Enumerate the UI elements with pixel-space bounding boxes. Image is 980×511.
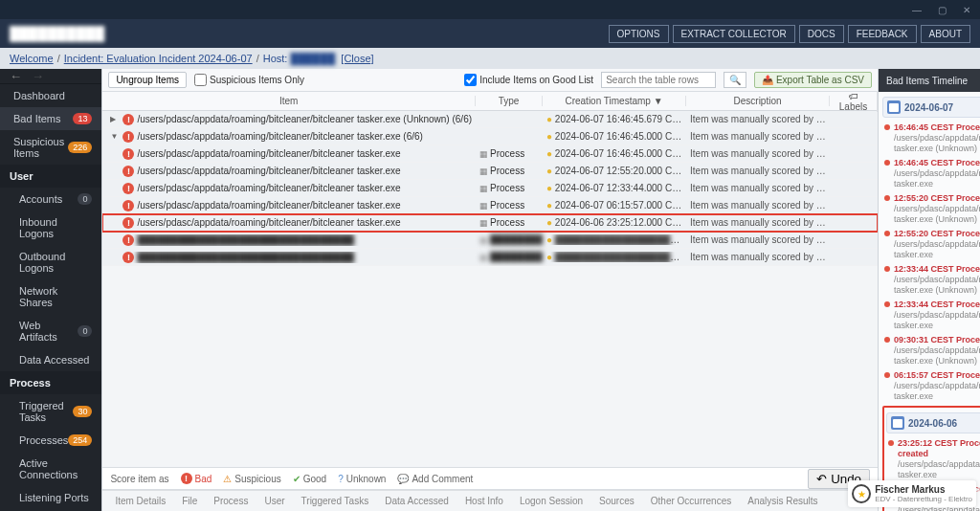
sidebar-item-outbound[interactable]: Outbound Logons xyxy=(0,245,101,279)
tab-item-details[interactable]: Item Details xyxy=(108,493,172,509)
sidebar-item-inbound[interactable]: Inbound Logons xyxy=(0,211,101,245)
expand-icon[interactable]: ▼ xyxy=(110,132,120,141)
search-input[interactable] xyxy=(601,72,716,88)
sidebar-item-ports[interactable]: Listening Ports xyxy=(0,486,101,509)
minimize-button[interactable]: — xyxy=(911,5,923,15)
tab-file[interactable]: File xyxy=(175,493,204,509)
nav-back-icon[interactable]: ← xyxy=(10,69,22,83)
header-btn-docs[interactable]: DOCS xyxy=(799,25,844,43)
breadcrumb: Welcome / Incident: Evaluation Incident … xyxy=(0,48,980,69)
header-btn-feedback[interactable]: FEEDBACK xyxy=(848,25,917,43)
score-unknown[interactable]: ?Unknown xyxy=(338,474,386,484)
table-row[interactable]: !████████████████████████████████▦ █████… xyxy=(102,232,878,249)
timeline-event[interactable]: 12:55:20 CEST Process created/users/pdas… xyxy=(882,227,980,262)
sidebar-item-processes[interactable]: Processes254 xyxy=(0,429,101,452)
sidebar-item-connections[interactable]: Active Connections xyxy=(0,452,101,486)
col-labels[interactable]: 🏷 Labels xyxy=(830,91,878,112)
sidebar-item-accounts[interactable]: Accounts0 xyxy=(0,188,101,211)
process-icon: ▦ xyxy=(479,184,488,193)
timeline-event[interactable]: 12:33:44 CEST Process created/users/pdas… xyxy=(882,298,980,333)
score-good[interactable]: ✔Good xyxy=(293,474,326,484)
score-suspicious[interactable]: ⚠Suspicious xyxy=(223,474,280,484)
breadcrumb-welcome[interactable]: Welcome xyxy=(10,53,54,64)
process-icon: ▦ xyxy=(479,218,488,228)
nav-fwd-icon[interactable]: → xyxy=(32,69,44,83)
col-timestamp[interactable]: Creation Timestamp ▼ xyxy=(543,96,686,106)
bad-icon: ! xyxy=(122,114,134,125)
tab-analysis-results[interactable]: Analysis Results xyxy=(741,493,824,509)
bad-items-badge: 13 xyxy=(73,113,92,124)
export-csv-button[interactable]: 📤 Export Table as CSV xyxy=(754,72,872,88)
calendar-icon xyxy=(891,416,904,430)
score-label: Score item as xyxy=(110,474,168,484)
breadcrumb-incident[interactable]: Incident: Evaluation Incident 2024-06-07 xyxy=(64,53,253,64)
tab-host-info[interactable]: Host Info xyxy=(458,493,510,509)
header-btn-options[interactable]: OPTIONS xyxy=(609,25,669,43)
bad-icon: ! xyxy=(122,131,134,143)
timeline-date[interactable]: 2024-06-06 xyxy=(886,412,980,433)
status-dot-icon: ● xyxy=(546,114,552,124)
app-header: ██████████ OPTIONSEXTRACT COLLECTORDOCSF… xyxy=(0,19,980,48)
ungroup-button[interactable]: Ungroup Items xyxy=(108,72,187,88)
timeline-event[interactable]: 06:15:57 CEST Process created/users/pdas… xyxy=(882,368,980,404)
table-row[interactable]: !████████████████████████████████▦ █████… xyxy=(102,249,878,266)
item-path: ████████████████████████████████ xyxy=(137,252,354,262)
col-type[interactable]: Type xyxy=(476,96,543,106)
table-row[interactable]: !/users/pdasc/appdata/roaming/bitcleaner… xyxy=(102,145,878,163)
tab-logon-session[interactable]: Logon Session xyxy=(513,493,590,509)
timeline-event[interactable]: 23:25:12 CEST Process created/users/pdas… xyxy=(886,436,980,482)
sidebar-item-triggered[interactable]: Triggered Tasks30 xyxy=(0,394,101,429)
sidebar-item-data-accessed[interactable]: Data Accessed xyxy=(0,348,101,371)
triggered-badge: 30 xyxy=(73,406,92,417)
include-good-toggle[interactable]: Include Items on Good List xyxy=(464,74,593,86)
tab-other-occurrences[interactable]: Other Occurrences xyxy=(644,493,738,509)
toolbar: Ungroup Items Suspicious Items Only Incl… xyxy=(102,69,878,92)
header-btn-about[interactable]: ABOUT xyxy=(921,25,970,43)
tab-process[interactable]: Process xyxy=(207,493,255,509)
table-row[interactable]: !/users/pdasc/appdata/roaming/bitcleaner… xyxy=(102,197,878,214)
table-row[interactable]: ▶!/users/pdasc/appdata/roaming/bitcleane… xyxy=(102,111,878,128)
status-dot-icon: ● xyxy=(546,200,552,211)
table-row[interactable]: !/users/pdasc/appdata/roaming/bitcleaner… xyxy=(102,163,878,180)
timeline-event[interactable]: 12:33:44 CEST Process created/users/pdas… xyxy=(882,262,980,298)
tab-triggered-tasks[interactable]: Triggered Tasks xyxy=(295,493,376,509)
table-row[interactable]: !/users/pdasc/appdata/roaming/bitcleaner… xyxy=(102,180,878,197)
expand-icon[interactable]: ▶ xyxy=(110,115,120,123)
timeline-event[interactable]: 12:55:20 CEST Process created/users/pdas… xyxy=(882,191,980,227)
status-dot-icon: ● xyxy=(546,166,552,176)
header-btn-extract-collector[interactable]: EXTRACT COLLECTOR xyxy=(673,25,795,43)
suspicious-only-toggle[interactable]: Suspicious Items Only xyxy=(194,74,304,86)
timeline-event[interactable]: 09:30:31 CEST Process created/users/pdas… xyxy=(882,333,980,368)
bad-icon: ! xyxy=(122,217,134,229)
breadcrumb-close[interactable]: [Close] xyxy=(341,53,373,64)
score-bad[interactable]: !Bad xyxy=(181,473,212,484)
sidebar-item-web[interactable]: Web Artifacts0 xyxy=(0,314,101,348)
table-row[interactable]: !/users/pdasc/appdata/roaming/bitcleaner… xyxy=(102,214,878,232)
col-item[interactable]: Item xyxy=(102,96,476,106)
timeline-event[interactable]: 16:46:45 CEST Process created/users/pdas… xyxy=(882,156,980,191)
search-icon[interactable]: 🔍 xyxy=(724,72,746,88)
tab-user[interactable]: User xyxy=(257,493,291,509)
table-row[interactable]: ▼!/users/pdasc/appdata/roaming/bitcleane… xyxy=(102,128,878,145)
timeline-event[interactable]: 16:46:45 CEST Process created/users/pdas… xyxy=(882,121,980,156)
tab-data-accessed[interactable]: Data Accessed xyxy=(378,493,456,509)
breadcrumb-host: ██████ xyxy=(290,53,335,64)
bad-icon: ! xyxy=(122,252,134,263)
process-icon: ▦ xyxy=(479,167,488,176)
sidebar-item-shares[interactable]: Network Shares xyxy=(0,279,101,314)
close-button[interactable]: ✕ xyxy=(961,5,972,15)
col-description[interactable]: Description xyxy=(686,96,830,106)
watermark-sub: EDV - Datenrettung - Elektro xyxy=(875,495,972,503)
sidebar-item-suspicious[interactable]: Suspicious Items226 xyxy=(0,130,101,165)
detail-tabs: Item DetailsFileProcessUserTriggered Tas… xyxy=(102,490,878,511)
sidebar-item-dashboard[interactable]: Dashboard xyxy=(0,84,101,107)
item-path: ████████████████████████████████ xyxy=(137,234,354,245)
add-comment[interactable]: 💬Add Comment xyxy=(397,474,473,484)
bad-icon: ! xyxy=(122,183,134,194)
watermark: Fischer Markus EDV - Datenrettung - Elek… xyxy=(848,480,976,507)
sidebar-item-bad-items[interactable]: Bad Items13 xyxy=(0,107,101,130)
timeline-date[interactable]: 2024-06-07 xyxy=(882,97,980,118)
tab-sources[interactable]: Sources xyxy=(592,493,641,509)
web-badge: 0 xyxy=(78,325,92,337)
maximize-button[interactable]: ▢ xyxy=(936,5,947,15)
